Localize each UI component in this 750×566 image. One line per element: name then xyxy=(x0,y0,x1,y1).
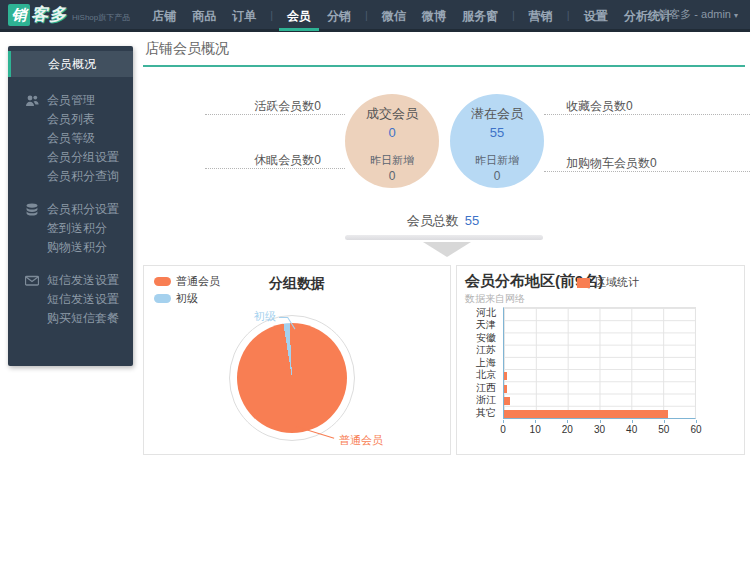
bar-chart-subtitle: 数据来自网络 xyxy=(465,292,525,306)
y-axis-label: 北京 xyxy=(476,369,496,381)
y-axis-label: 江西 xyxy=(476,382,496,394)
nav-item-订单[interactable]: 订单 xyxy=(224,2,264,31)
sidebar: 会员概况 会员管理会员列表会员等级会员分组设置会员积分查询会员积分设置签到送积分… xyxy=(8,46,133,366)
sidebar-item-会员等级[interactable]: 会员等级 xyxy=(8,129,133,148)
sidebar-section-label: 短信发送设置 xyxy=(47,272,119,289)
nav-separator: | xyxy=(506,9,521,21)
stat-label-活跃会员数: 活跃会员数0 xyxy=(205,98,345,115)
region-distribution-panel: 会员分布地区(前9名) 数据来自网络 区域统计 河北天津安徽江苏上海北京江西浙江… xyxy=(456,265,745,455)
nav-item-微博[interactable]: 微博 xyxy=(414,2,454,31)
nav-item-服务窗[interactable]: 服务窗 xyxy=(454,2,506,31)
circle-sub-value: 0 xyxy=(450,169,544,183)
circle-name: 潜在会员 xyxy=(450,105,544,123)
bar-row-河北 xyxy=(504,308,695,320)
x-axis-label: 40 xyxy=(626,424,637,435)
sidebar-item-overview[interactable]: 会员概况 xyxy=(8,51,133,77)
bar-row-浙江 xyxy=(504,395,695,407)
nav-item-设置[interactable]: 设置 xyxy=(576,2,616,31)
stat-label-加购物车会员数: 加购物车会员数0 xyxy=(544,155,750,172)
nav-item-商品[interactable]: 商品 xyxy=(184,2,224,31)
bar-row-江苏 xyxy=(504,345,695,357)
nav-item-店铺[interactable]: 店铺 xyxy=(144,2,184,31)
bar-北京 xyxy=(504,372,507,380)
circle-value: 55 xyxy=(450,125,544,140)
users-icon xyxy=(25,94,39,107)
member-overview: 活跃会员数0休眠会员数0收藏会员数0加购物车会员数0 成交会员0昨日新增0潜在会… xyxy=(143,67,745,265)
logo-subtitle: HiShop旗下产品 xyxy=(72,12,130,23)
member-circle-潜在会员: 潜在会员55昨日新增0 xyxy=(450,94,544,188)
x-axis-label: 0 xyxy=(500,424,506,435)
user-menu[interactable]: 销客多 - admin▾ xyxy=(658,0,738,29)
logo-text: 客多 xyxy=(31,3,67,26)
sidebar-section: 会员管理会员列表会员等级会员分组设置会员积分查询 xyxy=(8,90,133,186)
sidebar-item-会员分组设置[interactable]: 会员分组设置 xyxy=(8,148,133,167)
member-total: 会员总数55 xyxy=(303,212,583,230)
sidebar-section-会员管理[interactable]: 会员管理 xyxy=(8,90,133,110)
bar-row-天津 xyxy=(504,320,695,332)
bar-legend[interactable]: 区域统计 xyxy=(577,275,639,290)
member-circle-成交会员: 成交会员0昨日新增0 xyxy=(345,94,439,188)
group-data-panel: 普通会员初级 分组数据 初级 普通会员 xyxy=(143,265,451,455)
x-axis-tick xyxy=(503,420,504,423)
sidebar-section-label: 会员管理 xyxy=(47,92,95,109)
bar-江西 xyxy=(504,385,507,393)
app-logo[interactable]: 销 客多 HiShop旗下产品 xyxy=(8,3,130,26)
x-axis-tick xyxy=(535,420,536,423)
sidebar-section-短信发送设置[interactable]: 短信发送设置 xyxy=(8,270,133,290)
nav-separator: | xyxy=(264,9,279,21)
x-axis-tick xyxy=(696,420,697,423)
bar-row-江西 xyxy=(504,383,695,395)
sidebar-item-购买短信套餐[interactable]: 购买短信套餐 xyxy=(8,309,133,328)
x-axis-label: 60 xyxy=(690,424,701,435)
legend-swatch xyxy=(154,294,171,303)
sidebar-section-label: 会员积分设置 xyxy=(47,201,119,218)
stat-label-休眠会员数: 休眠会员数0 xyxy=(205,152,345,169)
stat-label-收藏会员数: 收藏会员数0 xyxy=(544,98,750,115)
bar-浙江 xyxy=(504,397,510,405)
legend-label: 初级 xyxy=(176,291,198,306)
bar-plot-area xyxy=(503,307,696,419)
legend-swatch xyxy=(577,278,590,288)
legend-label: 区域统计 xyxy=(595,275,639,290)
nav-item-会员[interactable]: 会员 xyxy=(279,2,319,31)
bar-row-安徽 xyxy=(504,333,695,345)
circle-name: 成交会员 xyxy=(345,105,439,123)
database-icon xyxy=(25,203,39,216)
nav-item-营销[interactable]: 营销 xyxy=(521,2,561,31)
circle-sub-label: 昨日新增 xyxy=(345,153,439,168)
chevron-down-icon: ▾ xyxy=(734,11,738,20)
sidebar-item-购物送积分[interactable]: 购物送积分 xyxy=(8,238,133,257)
circle-sub-value: 0 xyxy=(345,169,439,183)
chart-panels: 普通会员初级 分组数据 初级 普通会员 会员分布地区(前9名) 数据来自网络 区… xyxy=(143,265,745,455)
sidebar-item-签到送积分[interactable]: 签到送积分 xyxy=(8,219,133,238)
y-axis-label: 天津 xyxy=(476,319,496,331)
user-name: 销客多 - admin xyxy=(658,8,731,20)
pie-chart-title: 分组数据 xyxy=(144,275,450,293)
member-total-value: 55 xyxy=(465,213,479,228)
y-axis-label: 安徽 xyxy=(476,332,496,344)
bar-row-上海 xyxy=(504,358,695,370)
x-axis-label: 50 xyxy=(658,424,669,435)
nav-separator: | xyxy=(359,9,374,21)
sidebar-item-会员积分查询[interactable]: 会员积分查询 xyxy=(8,167,133,186)
sidebar-item-会员列表[interactable]: 会员列表 xyxy=(8,110,133,129)
pie-label-major: 普通会员 xyxy=(339,433,383,448)
x-axis-tick xyxy=(664,420,665,423)
sidebar-item-短信发送设置[interactable]: 短信发送设置 xyxy=(8,290,133,309)
sidebar-section-会员积分设置[interactable]: 会员积分设置 xyxy=(8,199,133,219)
x-axis-label: 20 xyxy=(562,424,573,435)
x-axis-label: 30 xyxy=(594,424,605,435)
sidebar-section: 短信发送设置短信发送设置购买短信套餐 xyxy=(8,270,133,328)
circle-value: 0 xyxy=(345,125,439,140)
nav-item-微信[interactable]: 微信 xyxy=(374,2,414,31)
nav-item-分销[interactable]: 分销 xyxy=(319,2,359,31)
mail-icon xyxy=(25,274,39,287)
x-axis-tick xyxy=(567,420,568,423)
legend-item-初级[interactable]: 初级 xyxy=(154,292,220,305)
x-axis-label: 10 xyxy=(530,424,541,435)
pie-chart xyxy=(237,323,347,433)
circle-sub-label: 昨日新增 xyxy=(450,153,544,168)
arrow-down-icon xyxy=(423,242,471,257)
main-content: 店铺会员概况 活跃会员数0休眠会员数0收藏会员数0加购物车会员数0 成交会员0昨… xyxy=(143,40,745,455)
bar-row-北京 xyxy=(504,370,695,382)
